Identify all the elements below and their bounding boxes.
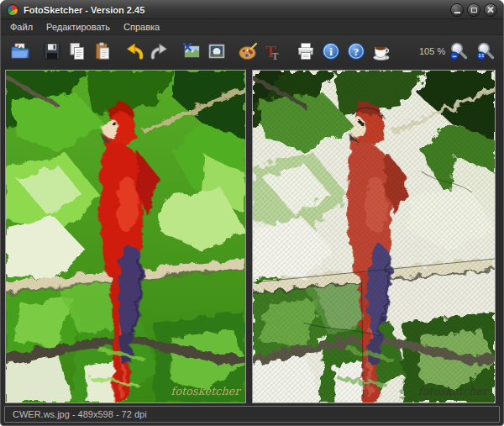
- menu-edit[interactable]: Редактировать: [39, 20, 117, 34]
- redo-arrow-icon: [150, 41, 170, 61]
- print-button[interactable]: [294, 38, 318, 65]
- zoom-level-label: 105 %: [419, 46, 445, 56]
- crosshatch-overlay-2: [253, 71, 495, 402]
- clipboard-icon: [92, 41, 113, 61]
- titlebar[interactable]: FotoSketcher - Version 2.45: [1, 1, 503, 19]
- resize-image-button[interactable]: [180, 38, 203, 65]
- svg-text:1:1: 1:1: [479, 54, 485, 58]
- svg-text:i: i: [329, 45, 333, 58]
- coffee-cup-icon: [371, 41, 391, 61]
- donate-button[interactable]: [370, 38, 393, 65]
- undo-arrow-icon: [124, 41, 144, 61]
- original-image: fotosketcher: [6, 71, 245, 402]
- help-icon: ?: [346, 41, 366, 61]
- zoom-out-icon: −: [449, 41, 469, 61]
- maximize-button[interactable]: [467, 3, 480, 17]
- signature-text: fotosketcher: [418, 385, 490, 397]
- zoom-controls: − 1:1 +: [445, 38, 504, 65]
- view-original-button[interactable]: [205, 38, 228, 65]
- resize-photo-icon: [181, 41, 202, 61]
- close-icon: [487, 6, 495, 13]
- paint-palette-icon: [239, 41, 259, 61]
- svg-text:−: −: [452, 52, 456, 60]
- save-image-button[interactable]: [40, 38, 64, 65]
- open-folder-icon: [10, 41, 30, 61]
- status-text: CWER.ws.jpg - 489x598 - 72 dpi: [13, 409, 147, 419]
- info-icon: i: [321, 41, 341, 61]
- text-letter-icon: T T: [264, 41, 284, 61]
- paste-button[interactable]: [91, 38, 114, 65]
- sketched-image-panel: fotosketcher: [252, 70, 496, 403]
- floppy-disk-icon: [42, 41, 62, 61]
- maximize-icon: [471, 8, 477, 13]
- open-image-button[interactable]: [8, 38, 32, 65]
- add-text-button[interactable]: T T: [262, 38, 286, 65]
- signature-text: fotosketcher: [171, 385, 242, 397]
- window-title: FotoSketcher - Version 2.45: [24, 5, 445, 15]
- menu-file[interactable]: Файл: [3, 20, 39, 34]
- workspace: fotosketcher: [1, 67, 503, 406]
- copy-pages-icon: [67, 41, 87, 61]
- toolbar: T T i ?: [1, 35, 503, 67]
- statusbar: CWER.ws.jpg - 489x598 - 72 dpi: [4, 406, 500, 423]
- about-button[interactable]: i: [319, 38, 343, 65]
- printer-icon: [296, 41, 316, 61]
- help-button[interactable]: ?: [344, 38, 368, 65]
- menubar: Файл Редактировать Справка: [1, 19, 503, 35]
- svg-text:T: T: [265, 43, 276, 60]
- redo-button[interactable]: [148, 38, 171, 65]
- minimize-button[interactable]: [450, 3, 464, 17]
- copy-button[interactable]: [66, 38, 89, 65]
- zoom-out-button[interactable]: −: [446, 38, 471, 65]
- app-window: FotoSketcher - Version 2.45 Файл Редакти…: [0, 0, 504, 426]
- zoom-one-to-one-icon: 1:1: [475, 41, 496, 61]
- zoom-in-button[interactable]: +: [500, 38, 504, 65]
- app-logo-icon: [7, 4, 18, 16]
- menu-help[interactable]: Справка: [117, 20, 166, 34]
- svg-text:?: ?: [354, 45, 360, 58]
- drawing-parameters-button[interactable]: [237, 38, 260, 65]
- sketched-image: fotosketcher: [253, 71, 495, 402]
- window-controls: [450, 3, 497, 17]
- close-button[interactable]: [484, 3, 497, 17]
- photo-thumbnail-icon: [207, 41, 227, 61]
- original-image-panel: fotosketcher: [5, 70, 246, 403]
- undo-button[interactable]: [123, 38, 146, 65]
- zoom-actual-size-button[interactable]: 1:1: [473, 38, 498, 65]
- minimize-icon: [454, 12, 460, 13]
